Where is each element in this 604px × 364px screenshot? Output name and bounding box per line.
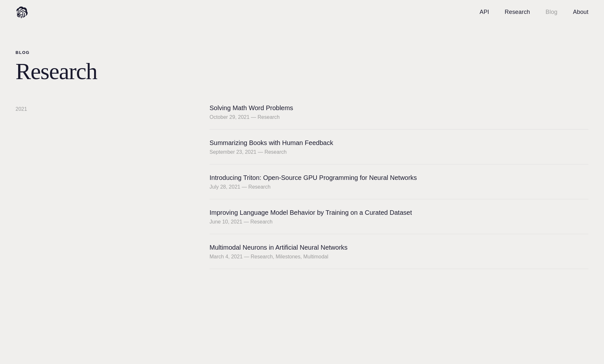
logo[interactable] — [16, 6, 28, 19]
page-title: Research — [16, 59, 588, 84]
content-area: 2021 Solving Math Word Problems October … — [16, 104, 588, 269]
article-item-3[interactable]: Improving Language Model Behavior by Tra… — [210, 199, 588, 234]
nav-links: API Research Blog About — [480, 9, 588, 16]
article-title-0[interactable]: Solving Math Word Problems — [210, 104, 588, 112]
article-item-2[interactable]: Introducing Triton: Open-Source GPU Prog… — [210, 164, 588, 199]
left-column: 2021 — [16, 104, 210, 269]
article-meta-1: September 23, 2021 — Research — [210, 149, 286, 155]
article-meta-4: March 4, 2021 — Research, Milestones, Mu… — [210, 254, 328, 259]
year-label: 2021 — [16, 106, 27, 112]
nav-link-about[interactable]: About — [573, 9, 588, 16]
article-meta-2: July 28, 2021 — Research — [210, 184, 271, 190]
openai-logo-icon — [16, 6, 28, 18]
article-item-0[interactable]: Solving Math Word Problems October 29, 2… — [210, 104, 588, 130]
nav-link-blog[interactable]: Blog — [545, 9, 557, 16]
article-item-1[interactable]: Summarizing Books with Human Feedback Se… — [210, 130, 588, 164]
article-meta-3: June 10, 2021 — Research — [210, 219, 273, 224]
article-title-1[interactable]: Summarizing Books with Human Feedback — [210, 139, 588, 147]
article-title-4[interactable]: Multimodal Neurons in Artificial Neural … — [210, 243, 588, 252]
blog-label: BLOG — [16, 50, 588, 55]
article-title-3[interactable]: Improving Language Model Behavior by Tra… — [210, 208, 588, 217]
nav-link-research[interactable]: Research — [505, 9, 530, 16]
main-content: BLOG Research 2021 Solving Math Word Pro… — [0, 24, 604, 295]
article-title-2[interactable]: Introducing Triton: Open-Source GPU Prog… — [210, 173, 588, 182]
article-item-4[interactable]: Multimodal Neurons in Artificial Neural … — [210, 234, 588, 269]
article-meta-0: October 29, 2021 — Research — [210, 114, 280, 120]
nav-link-api[interactable]: API — [480, 9, 489, 16]
navbar: API Research Blog About — [0, 0, 604, 24]
articles-list: Solving Math Word Problems October 29, 2… — [210, 104, 588, 269]
